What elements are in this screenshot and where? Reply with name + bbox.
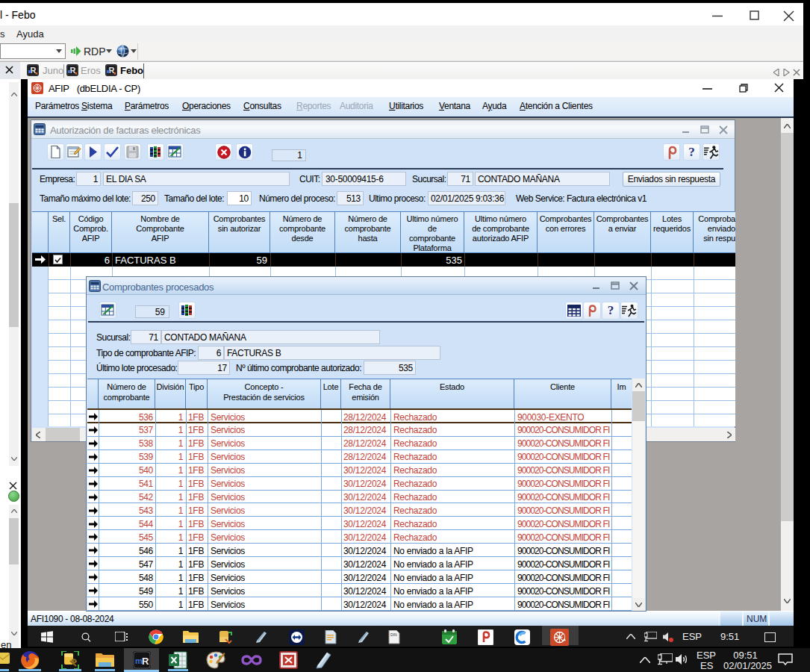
svg-text:DIN: DIN <box>390 632 397 637</box>
svg-text:R: R <box>142 656 149 667</box>
